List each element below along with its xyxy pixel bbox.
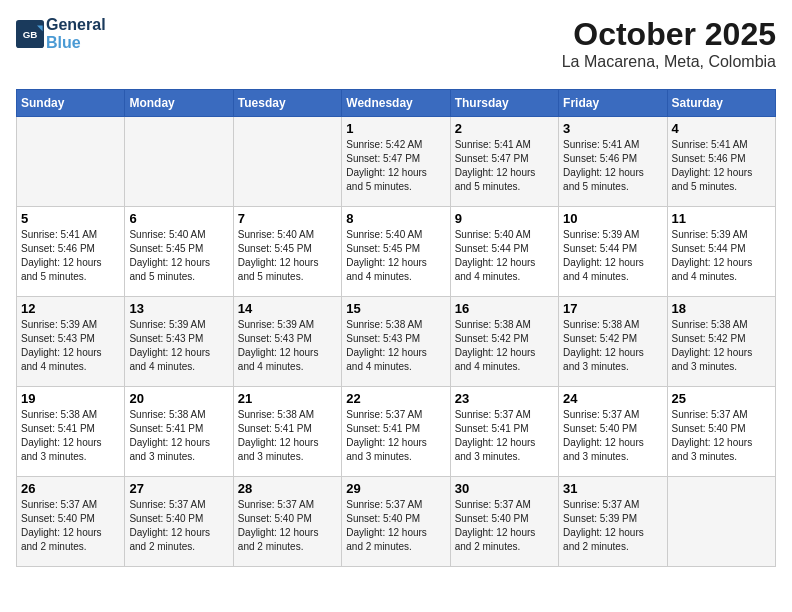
day-info-text: and 4 minutes. [346, 270, 445, 284]
day-info-text: Sunset: 5:42 PM [563, 332, 662, 346]
calendar-cell: 1Sunrise: 5:42 AMSunset: 5:47 PMDaylight… [342, 117, 450, 207]
day-info-text: and 5 minutes. [563, 180, 662, 194]
day-info-text: Sunset: 5:42 PM [455, 332, 554, 346]
day-info-text: Daylight: 12 hours [346, 256, 445, 270]
calendar-header: SundayMondayTuesdayWednesdayThursdayFrid… [17, 90, 776, 117]
day-info-text: Daylight: 12 hours [455, 346, 554, 360]
day-info-text: Sunrise: 5:41 AM [672, 138, 771, 152]
day-info-text: and 5 minutes. [346, 180, 445, 194]
calendar-cell: 24Sunrise: 5:37 AMSunset: 5:40 PMDayligh… [559, 387, 667, 477]
day-info-text: Sunrise: 5:37 AM [238, 498, 337, 512]
day-info-text: Daylight: 12 hours [346, 526, 445, 540]
day-number: 22 [346, 391, 445, 406]
day-info-text: Sunset: 5:46 PM [21, 242, 120, 256]
day-number: 19 [21, 391, 120, 406]
calendar-cell: 9Sunrise: 5:40 AMSunset: 5:44 PMDaylight… [450, 207, 558, 297]
day-info-text: Daylight: 12 hours [455, 256, 554, 270]
day-number: 16 [455, 301, 554, 316]
day-info-text: and 4 minutes. [563, 270, 662, 284]
day-info-text: and 4 minutes. [672, 270, 771, 284]
day-number: 6 [129, 211, 228, 226]
day-info-text: Sunset: 5:47 PM [346, 152, 445, 166]
day-info-text: Daylight: 12 hours [346, 166, 445, 180]
day-info-text: Daylight: 12 hours [21, 526, 120, 540]
day-number: 5 [21, 211, 120, 226]
calendar-cell: 12Sunrise: 5:39 AMSunset: 5:43 PMDayligh… [17, 297, 125, 387]
day-info-text: Daylight: 12 hours [563, 166, 662, 180]
day-info-text: and 4 minutes. [346, 360, 445, 374]
day-info-text: Sunset: 5:39 PM [563, 512, 662, 526]
day-info-text: and 4 minutes. [455, 270, 554, 284]
day-info-text: Sunrise: 5:37 AM [129, 498, 228, 512]
day-info-text: Sunrise: 5:40 AM [455, 228, 554, 242]
location-title: La Macarena, Meta, Colombia [562, 53, 776, 71]
day-header-friday: Friday [559, 90, 667, 117]
day-number: 24 [563, 391, 662, 406]
day-info-text: Daylight: 12 hours [563, 346, 662, 360]
calendar-cell: 23Sunrise: 5:37 AMSunset: 5:41 PMDayligh… [450, 387, 558, 477]
day-info-text: and 5 minutes. [455, 180, 554, 194]
day-info-text: Sunrise: 5:40 AM [129, 228, 228, 242]
day-number: 9 [455, 211, 554, 226]
day-number: 17 [563, 301, 662, 316]
day-info-text: Sunset: 5:40 PM [238, 512, 337, 526]
calendar-cell: 30Sunrise: 5:37 AMSunset: 5:40 PMDayligh… [450, 477, 558, 567]
day-info-text: and 2 minutes. [21, 540, 120, 554]
logo-line2: Blue [46, 34, 106, 52]
day-info-text: Sunset: 5:45 PM [129, 242, 228, 256]
title-section: October 2025 La Macarena, Meta, Colombia [562, 16, 776, 71]
calendar-cell [233, 117, 341, 207]
day-info-text: Daylight: 12 hours [346, 346, 445, 360]
day-info-text: and 5 minutes. [672, 180, 771, 194]
day-info-text: Sunrise: 5:38 AM [129, 408, 228, 422]
day-info-text: Sunrise: 5:38 AM [455, 318, 554, 332]
calendar-week-5: 26Sunrise: 5:37 AMSunset: 5:40 PMDayligh… [17, 477, 776, 567]
day-info-text: Daylight: 12 hours [455, 166, 554, 180]
day-info-text: Daylight: 12 hours [563, 436, 662, 450]
day-info-text: Sunrise: 5:41 AM [455, 138, 554, 152]
svg-text:GB: GB [23, 29, 38, 40]
calendar-cell: 19Sunrise: 5:38 AMSunset: 5:41 PMDayligh… [17, 387, 125, 477]
calendar-cell: 14Sunrise: 5:39 AMSunset: 5:43 PMDayligh… [233, 297, 341, 387]
day-info-text: Daylight: 12 hours [21, 436, 120, 450]
day-info-text: and 2 minutes. [238, 540, 337, 554]
day-info-text: Sunrise: 5:37 AM [563, 498, 662, 512]
day-info-text: Sunrise: 5:41 AM [563, 138, 662, 152]
day-info-text: Sunrise: 5:41 AM [21, 228, 120, 242]
day-info-text: Sunset: 5:40 PM [672, 422, 771, 436]
day-number: 25 [672, 391, 771, 406]
day-number: 3 [563, 121, 662, 136]
calendar-cell [17, 117, 125, 207]
day-info-text: Daylight: 12 hours [129, 346, 228, 360]
calendar-cell [667, 477, 775, 567]
day-info-text: Sunrise: 5:38 AM [672, 318, 771, 332]
day-info-text: Daylight: 12 hours [21, 346, 120, 360]
day-number: 21 [238, 391, 337, 406]
day-info-text: Daylight: 12 hours [129, 526, 228, 540]
day-info-text: Sunset: 5:40 PM [21, 512, 120, 526]
day-header-tuesday: Tuesday [233, 90, 341, 117]
calendar-cell: 11Sunrise: 5:39 AMSunset: 5:44 PMDayligh… [667, 207, 775, 297]
day-number: 13 [129, 301, 228, 316]
day-info-text: Daylight: 12 hours [238, 436, 337, 450]
calendar-cell: 21Sunrise: 5:38 AMSunset: 5:41 PMDayligh… [233, 387, 341, 477]
day-info-text: Sunrise: 5:37 AM [346, 498, 445, 512]
day-info-text: Daylight: 12 hours [672, 346, 771, 360]
day-info-text: and 4 minutes. [238, 360, 337, 374]
day-info-text: Sunset: 5:40 PM [129, 512, 228, 526]
month-title: October 2025 [562, 16, 776, 53]
day-info-text: Sunset: 5:45 PM [346, 242, 445, 256]
day-number: 1 [346, 121, 445, 136]
calendar-cell: 10Sunrise: 5:39 AMSunset: 5:44 PMDayligh… [559, 207, 667, 297]
day-header-thursday: Thursday [450, 90, 558, 117]
day-number: 8 [346, 211, 445, 226]
day-info-text: Sunset: 5:44 PM [455, 242, 554, 256]
calendar-cell: 15Sunrise: 5:38 AMSunset: 5:43 PMDayligh… [342, 297, 450, 387]
day-info-text: Sunset: 5:44 PM [563, 242, 662, 256]
day-number: 14 [238, 301, 337, 316]
day-info-text: Sunset: 5:47 PM [455, 152, 554, 166]
calendar-week-3: 12Sunrise: 5:39 AMSunset: 5:43 PMDayligh… [17, 297, 776, 387]
day-info-text: Sunset: 5:45 PM [238, 242, 337, 256]
day-info-text: Daylight: 12 hours [238, 526, 337, 540]
day-info-text: Daylight: 12 hours [563, 256, 662, 270]
